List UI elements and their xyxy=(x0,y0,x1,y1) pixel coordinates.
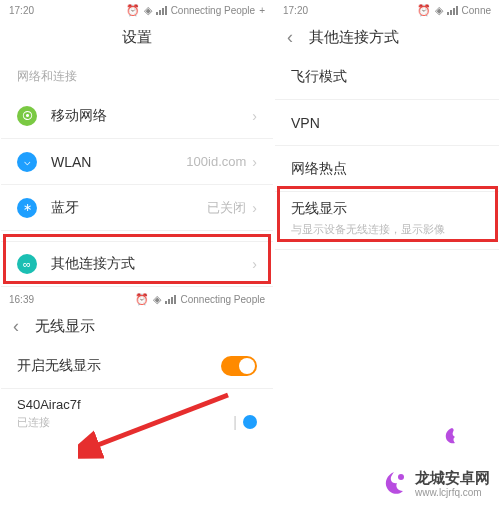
row-label: 无线显示 xyxy=(291,200,347,218)
gear-icon[interactable] xyxy=(243,415,257,429)
device-status: 已连接 xyxy=(17,415,50,430)
floating-icon xyxy=(440,425,464,449)
watermark-title: 龙城安卓网 xyxy=(415,470,490,487)
svg-line-0 xyxy=(90,395,228,448)
row-label: 网络热点 xyxy=(291,160,347,178)
page-title: 设置 xyxy=(13,28,261,47)
status-extra: + xyxy=(259,5,265,16)
chevron-right-icon: › xyxy=(252,108,257,124)
status-bar: 16:39 ⏰ ◈ Connecting People xyxy=(1,289,273,309)
status-carrier: Conne xyxy=(462,5,491,16)
section-label: 网络和连接 xyxy=(1,54,273,93)
row-value: 已关闭 xyxy=(207,199,246,217)
row-label: 飞行模式 xyxy=(291,68,347,86)
row-value: 100id.com xyxy=(186,154,246,169)
wifi-icon: ◈ xyxy=(435,5,443,16)
wifi-icon: ◈ xyxy=(153,294,161,305)
chevron-right-icon: › xyxy=(252,200,257,216)
row-vpn[interactable]: VPN xyxy=(275,100,499,146)
row-wireless-display[interactable]: 无线显示 与显示设备无线连接，显示影像 xyxy=(275,192,499,250)
status-carrier: Connecting People xyxy=(180,294,265,305)
page-title: 其他连接方式 xyxy=(309,28,487,47)
link-icon: ∞ xyxy=(17,254,37,274)
back-icon[interactable]: ‹ xyxy=(287,27,305,48)
right-pane: 17:20 ⏰ ◈ Conne ‹ 其他连接方式 飞行模式 VPN 网络热点 无… xyxy=(275,0,499,250)
watermark-url: www.lcjrfq.com xyxy=(415,487,490,498)
toggle-switch[interactable] xyxy=(221,356,257,376)
row-sublabel: 与显示设备无线连接，显示影像 xyxy=(291,222,499,237)
row-label: WLAN xyxy=(51,154,186,170)
status-time: 16:39 xyxy=(9,294,34,305)
row-label: 移动网络 xyxy=(51,107,252,125)
row-toggle-wireless[interactable]: 开启无线显示 xyxy=(1,343,273,389)
watermark: 龙城安卓网 www.lcjrfq.com xyxy=(379,469,490,499)
wifi-icon: ◈ xyxy=(144,5,152,16)
bluetooth-icon: ∗ xyxy=(17,198,37,218)
row-label: 其他连接方式 xyxy=(51,255,252,273)
header: ‹ 其他连接方式 xyxy=(275,20,499,54)
alarm-icon: ⏰ xyxy=(417,5,431,16)
watermark-icon xyxy=(379,469,409,499)
page-title: 无线显示 xyxy=(35,317,261,336)
row-other-connections[interactable]: ∞ 其他连接方式 › xyxy=(1,241,273,287)
signal-icon xyxy=(156,6,167,15)
alarm-icon: ⏰ xyxy=(135,294,149,305)
status-time: 17:20 xyxy=(9,5,34,16)
svg-point-1 xyxy=(398,474,404,480)
arrow-annotation xyxy=(78,390,238,462)
signal-icon xyxy=(165,295,176,304)
row-mobile-network[interactable]: ⦿ 移动网络 › xyxy=(1,93,273,139)
header: 设置 xyxy=(1,20,273,54)
status-bar: 17:20 ⏰ ◈ Conne xyxy=(275,0,499,20)
left-pane: 17:20 ⏰ ◈ Connecting People + 设置 网络和连接 ⦿… xyxy=(1,0,273,287)
mobile-icon: ⦿ xyxy=(17,106,37,126)
row-wlan[interactable]: ⌵ WLAN 100id.com › xyxy=(1,139,273,185)
status-bar: 17:20 ⏰ ◈ Connecting People + xyxy=(1,0,273,20)
header: ‹ 无线显示 xyxy=(1,309,273,343)
signal-icon xyxy=(447,6,458,15)
row-label: VPN xyxy=(291,115,320,131)
row-bluetooth[interactable]: ∗ 蓝牙 已关闭 › xyxy=(1,185,273,231)
alarm-icon: ⏰ xyxy=(126,5,140,16)
back-icon[interactable]: ‹ xyxy=(13,316,31,337)
chevron-right-icon: › xyxy=(252,256,257,272)
status-time: 17:20 xyxy=(283,5,308,16)
wlan-icon: ⌵ xyxy=(17,152,37,172)
status-carrier: Connecting People xyxy=(171,5,256,16)
row-hotspot[interactable]: 网络热点 xyxy=(275,146,499,192)
chevron-right-icon: › xyxy=(252,154,257,170)
row-label: 蓝牙 xyxy=(51,199,207,217)
row-airplane-mode[interactable]: 飞行模式 xyxy=(275,54,499,100)
row-label: 开启无线显示 xyxy=(17,357,221,375)
